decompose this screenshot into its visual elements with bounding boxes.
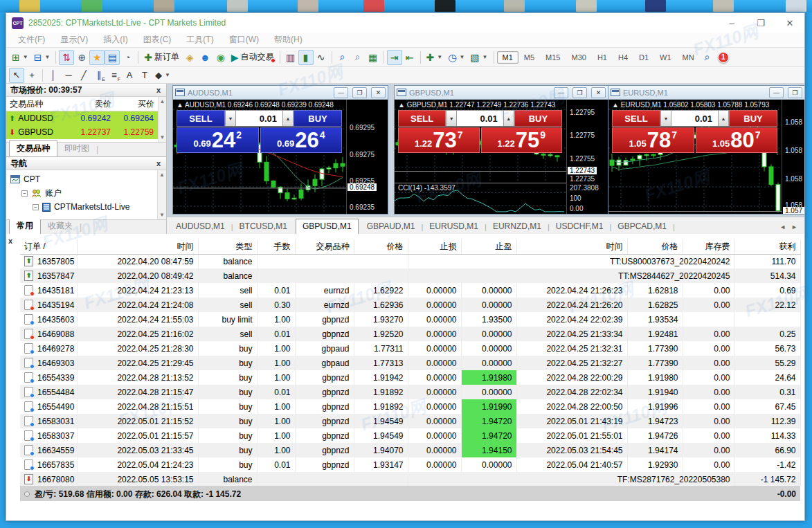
menu-item-1[interactable]: 显示(V): [53, 34, 96, 46]
buy-price-display[interactable]: 1.22759: [481, 127, 563, 153]
tile-windows-icon[interactable]: ▦: [366, 50, 381, 65]
vertical-line-icon[interactable]: │: [46, 68, 61, 83]
menu-item-2[interactable]: 插入(I): [96, 34, 135, 46]
auto-trading-button[interactable]: ▶自动交易: [228, 50, 277, 65]
chart-tab-GBPUSD[interactable]: GBPUSD,M1: [296, 219, 359, 234]
lot-decrease-button[interactable]: ▼: [660, 110, 671, 127]
order-row-16554484[interactable]: 165544842022.04.28 21:15:47buy0.01gbpnzd…: [20, 385, 800, 399]
chart-tab-USDCHF[interactable]: USDCHF,M1: [550, 219, 610, 234]
order-row-16657835[interactable]: 166578352022.05.04 21:24:23buy0.01gbpnzd…: [20, 457, 800, 472]
column-header-0[interactable]: 订单 /: [20, 239, 77, 254]
column-header-7[interactable]: 止盈: [461, 239, 516, 254]
strategy-tester-icon[interactable]: ◔: [120, 50, 135, 65]
timeframe-button-D1[interactable]: D1: [633, 51, 654, 64]
timeframe-button-H1[interactable]: H1: [592, 51, 613, 64]
order-row-16469088[interactable]: 164690882022.04.25 21:16:02sell0.01gbpnz…: [20, 327, 800, 341]
chart-window-title-bar[interactable]: EURUSD,M1—❐✕: [608, 86, 804, 100]
equidistant-channel-icon[interactable]: ∥E: [91, 68, 107, 83]
terminal-close-icon[interactable]: x: [8, 237, 12, 245]
text-icon[interactable]: A: [122, 68, 137, 83]
column-header-5[interactable]: 价格: [354, 239, 408, 254]
fibonacci-icon[interactable]: ≡F: [107, 68, 122, 83]
new-chart-icon[interactable]: ⊞▼: [9, 50, 31, 65]
signals-icon[interactable]: ◉: [213, 50, 228, 65]
order-row-16634559[interactable]: 166345592022.05.03 21:33:45buy1.00gbpnzd…: [20, 443, 800, 457]
tab-scroll-left-icon[interactable]: ◄: [779, 224, 786, 230]
auto-scroll-icon[interactable]: ⇥: [387, 50, 402, 65]
menu-item-4[interactable]: 工具(T): [179, 34, 221, 46]
zoom-in-icon[interactable]: ⌕: [335, 50, 350, 65]
cursor-icon[interactable]: ↖: [9, 68, 24, 83]
order-row-16583037[interactable]: 165830372022.05.01 21:15:57buy1.00gbpnzd…: [20, 428, 800, 443]
profiles-icon[interactable]: ⊟▼: [31, 50, 53, 65]
timeframe-button-H4[interactable]: H4: [613, 51, 633, 64]
lot-increase-button[interactable]: ▲: [282, 110, 294, 127]
tab-scroll-right-icon[interactable]: ►: [791, 224, 797, 230]
chart-tab-GBPAUD[interactable]: GBPAUD,M1: [361, 219, 422, 234]
order-row-16554339[interactable]: 165543392022.04.28 21:13:52buy1.00gbpnzd…: [20, 370, 800, 385]
order-row-16469278[interactable]: 164692782022.04.25 21:28:30buy1.00gbpaud…: [20, 341, 800, 356]
chart-restore-button[interactable]: ❐: [572, 87, 587, 98]
chart-restore-button[interactable]: ❐: [788, 87, 802, 98]
order-row-16357805[interactable]: ⬆163578052022.04.20 08:47:59balanceTT:US…: [20, 254, 800, 268]
order-row-16554490[interactable]: 165544902022.04.28 21:15:51buy1.00gbpnzd…: [20, 399, 800, 414]
line-chart-icon[interactable]: ∿: [314, 50, 329, 65]
menu-item-5[interactable]: 窗口(W): [222, 34, 267, 46]
metaeditor-icon[interactable]: ◈: [182, 50, 197, 65]
chart-close-button[interactable]: ✕: [371, 87, 386, 98]
buy-button[interactable]: BUY: [514, 110, 562, 127]
trendline-icon[interactable]: ╱: [76, 68, 91, 83]
navigator-item-2[interactable]: −CPTMarketsLtd-Live: [6, 200, 166, 214]
navigator-item-1[interactable]: −账户: [6, 186, 166, 200]
navigator-tab-1[interactable]: 收藏夹: [41, 219, 80, 234]
scroll-up-icon[interactable]: ▲: [160, 98, 165, 104]
timeframe-button-MN[interactable]: MN: [677, 51, 700, 64]
column-header-9[interactable]: 价格: [627, 239, 683, 254]
order-row-16435181[interactable]: 164351812022.04.24 21:23:13sell0.01eurnz…: [20, 283, 800, 298]
market-watch-row-GBPUSD[interactable]: ⬇GBPUSD1.227371.22759: [6, 125, 158, 139]
experts-icon[interactable]: ☻: [197, 50, 213, 65]
timeframe-button-W1[interactable]: W1: [654, 51, 677, 64]
column-header-1[interactable]: 时间: [77, 239, 198, 254]
terminal-toggle-icon[interactable]: ▤: [105, 50, 120, 65]
sell-button[interactable]: SELL: [398, 110, 446, 127]
buy-button[interactable]: BUY: [729, 110, 777, 127]
order-row-16357847[interactable]: ⬆163578472022.04.20 08:49:42balanceTT:MS…: [20, 268, 800, 283]
timeframe-button-M1[interactable]: M1: [497, 51, 518, 64]
chart-minimize-button[interactable]: —: [554, 87, 568, 98]
navigator-scrollbar[interactable]: ▲ ▼: [157, 170, 166, 219]
sell-price-display[interactable]: 1.05787: [612, 127, 694, 153]
market-watch-tab-1[interactable]: 即时图: [57, 141, 96, 156]
order-row-16435603[interactable]: 164356032022.04.24 21:55:03buy limit1.00…: [20, 312, 800, 327]
sell-button[interactable]: SELL: [612, 110, 660, 127]
column-symbol[interactable]: 交易品种: [6, 98, 72, 110]
column-header-6[interactable]: 止损: [408, 239, 461, 254]
chart-restore-button[interactable]: ❐: [352, 87, 367, 98]
bar-chart-icon[interactable]: ▥: [283, 50, 298, 65]
maximize-button[interactable]: ❒: [746, 14, 775, 33]
timeframe-button-M5[interactable]: M5: [518, 51, 540, 64]
navigator-tab-0[interactable]: 常用: [9, 218, 41, 234]
chart-tab-EURNZD[interactable]: EURNZD,M1: [487, 219, 548, 234]
buy-button[interactable]: BUY: [294, 110, 342, 127]
order-row-16583031[interactable]: 165830312022.05.01 21:15:52buy1.00gbpnzd…: [20, 414, 800, 428]
scroll-down-icon[interactable]: ▼: [159, 212, 165, 218]
buy-price-display[interactable]: 1.05807: [696, 127, 778, 153]
horizontal-line-icon[interactable]: ─: [61, 68, 76, 83]
indicators-icon[interactable]: ✚▼: [424, 50, 446, 65]
chart-tab-BTCUSD[interactable]: BTCUSD,M1: [233, 219, 294, 234]
candlestick-chart-icon[interactable]: ▮: [298, 50, 314, 65]
scroll-down-icon[interactable]: ▼: [160, 134, 165, 140]
chart-minimize-button[interactable]: —: [334, 87, 348, 98]
navigator-close-icon[interactable]: x: [155, 159, 162, 167]
navigator-item-0[interactable]: CPT: [6, 172, 166, 186]
chart-tab-EURUSD[interactable]: EURUSD,M1: [423, 219, 485, 234]
column-ask[interactable]: 买价: [115, 98, 158, 110]
text-label-icon[interactable]: T: [137, 68, 152, 83]
menu-item-0[interactable]: 文件(F): [10, 34, 53, 46]
sell-price-display[interactable]: 1.22737: [398, 127, 480, 153]
chart-minimize-button[interactable]: —: [769, 87, 784, 98]
zoom-out-icon[interactable]: ⌕: [350, 50, 366, 65]
lot-size-input[interactable]: 0.01: [457, 110, 503, 127]
market-watch-tab-0[interactable]: 交易品种: [9, 140, 57, 156]
